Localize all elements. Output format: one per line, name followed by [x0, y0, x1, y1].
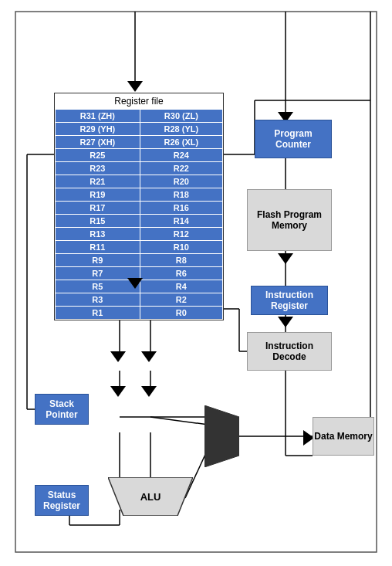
arrow-mux1-right — [141, 351, 157, 362]
register-cell: R19 — [56, 188, 140, 202]
register-cell: R23 — [56, 162, 140, 175]
stack-pointer-box: Stack Pointer — [35, 394, 89, 425]
register-cell: R12 — [140, 228, 222, 241]
svg-marker-39 — [204, 405, 239, 467]
register-cell: R26 (XL) — [140, 136, 222, 149]
instruction-decode-box: Instruction Decode — [247, 332, 332, 371]
register-cell: R27 (XH) — [56, 136, 140, 149]
register-cell: R28 (YL) — [140, 123, 222, 136]
register-cell: R0 — [140, 307, 222, 320]
arrow-regfile-out — [127, 278, 143, 289]
data-memory-box: Data Memory — [313, 417, 374, 456]
register-cell: R8 — [140, 254, 222, 267]
register-cell: R31 (ZH) — [56, 110, 140, 123]
register-cell: R1 — [56, 307, 140, 320]
register-cell: R18 — [140, 188, 222, 202]
register-cell: R20 — [140, 175, 222, 188]
instruction-register-box: Instruction Register — [251, 286, 328, 315]
big-mux-shape — [204, 405, 239, 467]
register-file-title: Register file — [55, 93, 223, 109]
register-cell: R16 — [140, 202, 222, 215]
register-cell: R14 — [140, 215, 222, 228]
architecture-diagram: Register file R31 (ZH)R30 (ZL)R29 (YH)R2… — [0, 0, 392, 566]
register-cell: R25 — [56, 149, 140, 162]
svg-text:ALU: ALU — [140, 491, 161, 503]
alu-shape: ALU — [108, 477, 193, 516]
register-cell: R3 — [56, 293, 140, 307]
arrow-mux2-right — [141, 386, 157, 397]
register-cell: R4 — [140, 280, 222, 293]
arrow-ir-to-id — [278, 317, 293, 327]
register-cell: R13 — [56, 228, 140, 241]
register-cell: R2 — [140, 293, 222, 307]
svg-line-32 — [150, 417, 208, 425]
register-cell: R9 — [56, 254, 140, 267]
register-cell: R6 — [140, 267, 222, 280]
program-counter-box: Program Counter — [255, 120, 332, 158]
flash-program-memory-box: Flash Program Memory — [247, 189, 332, 251]
status-register-box: Status Register — [35, 485, 89, 516]
register-cell: R15 — [56, 215, 140, 228]
register-cell: R10 — [140, 241, 222, 254]
register-cell: R29 (YH) — [56, 123, 140, 136]
register-cell: R30 (ZL) — [140, 110, 222, 123]
arrow-top-left — [127, 81, 143, 92]
register-cell: R22 — [140, 162, 222, 175]
register-cell: R11 — [56, 241, 140, 254]
register-cell: R21 — [56, 175, 140, 188]
arrow-flash-to-ir — [278, 253, 293, 264]
arrow-mux1-left — [110, 351, 126, 362]
register-cell: R17 — [56, 202, 140, 215]
register-cell: R24 — [140, 149, 222, 162]
arrow-mux2-left — [110, 386, 126, 397]
